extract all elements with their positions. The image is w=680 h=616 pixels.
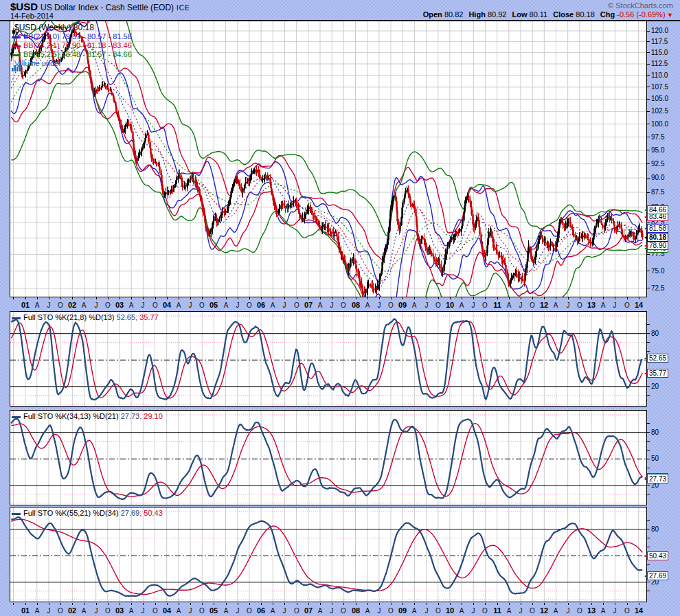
y-axis-label: 97.5 [651, 134, 664, 141]
x-axis-month-label: J [330, 301, 334, 309]
x-axis-month-label: A [35, 607, 40, 615]
x-axis-tick [627, 297, 628, 299]
y-axis-tick [647, 254, 650, 255]
x-axis-tick [131, 603, 132, 605]
x-axis-tick [450, 603, 451, 605]
x-axis-tick [580, 297, 580, 299]
x-axis-year-label: 05 [209, 606, 218, 615]
stoch-axis-tick [647, 459, 650, 459]
x-axis-month-label: O [58, 607, 63, 615]
legend-band-text: BB(34,2.1) 78.90 - 81.18 - 83.46 [23, 41, 132, 49]
x-axis-tick [639, 297, 639, 299]
y-axis-tick [647, 87, 650, 87]
x-axis-month-label: O [341, 607, 346, 615]
price-callout: 78.90 [647, 241, 668, 250]
x-axis-month-label: J [95, 301, 98, 309]
y-axis-tick [647, 111, 650, 112]
y-axis-label: 102.5 [651, 108, 668, 115]
x-axis-tick [72, 603, 73, 605]
x-axis-year-label: 06 [257, 301, 265, 309]
x-axis-tick [367, 603, 368, 605]
x-axis-month-label: J [567, 607, 570, 615]
x-axis-year-label: 10 [446, 301, 454, 309]
x-axis-tick [615, 297, 615, 299]
x-axis-year-label: 11 [493, 606, 501, 615]
x-axis-month-label: O [294, 301, 299, 309]
x-axis-tick [84, 603, 84, 605]
x-axis-tick [556, 603, 556, 605]
stoch-axis-tick [647, 395, 650, 396]
x-axis-month-label: A [271, 607, 275, 615]
x-axis-tick [96, 603, 97, 605]
x-axis-year-label: 08 [352, 301, 360, 309]
x-axis-tick [427, 603, 427, 605]
stoch-panel-3-k-value: 27.69, [121, 509, 142, 517]
x-axis-tick [297, 603, 297, 605]
x-axis-month-label: O [482, 301, 488, 309]
x-axis-month-label: J [141, 301, 145, 309]
x-axis-tick [509, 297, 510, 299]
x-axis-tick [190, 603, 191, 605]
x-axis-month-label: J [283, 607, 286, 615]
y-axis-label: 100.0 [651, 121, 668, 128]
x-axis-tick [532, 603, 533, 605]
x-axis-month-label: J [189, 607, 192, 615]
x-axis-month-label: J [472, 607, 475, 615]
x-axis-tick [60, 603, 61, 605]
y-axis-label: 107.5 [651, 84, 668, 91]
x-axis-month-label: A [177, 301, 181, 309]
y-axis-tick [647, 75, 650, 76]
price-callout: 80.18 [647, 233, 668, 242]
x-axis-tick [521, 603, 521, 605]
x-axis-tick [238, 297, 238, 299]
x-axis-year-label: 06 [257, 606, 265, 615]
x-axis-year-label: 03 [115, 301, 124, 309]
x-axis-tick [356, 297, 356, 299]
x-axis-month-label: A [271, 301, 275, 309]
x-axis-tick [568, 603, 569, 605]
x-axis-tick [556, 297, 556, 299]
exchange-label: ICE [177, 4, 190, 12]
stoch-axis-tick [647, 494, 650, 494]
band-line-swatch [12, 45, 21, 47]
y-axis-label: 90.0 [651, 174, 664, 181]
x-axis-tick [167, 297, 168, 299]
x-axis-tick [37, 297, 38, 299]
x-axis-tick [367, 297, 368, 299]
legend-symbol-row: $USD (Weekly) 80.18 [12, 23, 132, 32]
x-axis-tick [568, 297, 569, 299]
x-axis-tick [403, 297, 403, 299]
x-axis-month-label: A [554, 301, 558, 309]
x-axis-tick [308, 297, 309, 299]
x-axis-month-label: O [624, 301, 630, 309]
x-axis-tick [343, 297, 344, 299]
ohlc-row: Open 80.82High 80.92Low 80.11Close 80.18… [418, 10, 673, 19]
main-chart-legend: $USD (Weekly) 80.18 BB(21,2.0) 79.57 - 8… [12, 23, 132, 68]
x-axis-month-label: O [247, 607, 252, 615]
y-axis-tick [647, 288, 650, 288]
x-axis-tick [497, 603, 498, 605]
stoch-k-line-swatch [12, 416, 21, 418]
stoch-panel-2-k-value: 27.73, [121, 412, 142, 420]
x-axis-month-label: A [601, 607, 606, 615]
x-axis-month-label: O [435, 301, 441, 309]
x-axis-tick [273, 297, 273, 299]
x-axis-month-label: J [378, 607, 381, 615]
x-axis-month-label: A [412, 301, 417, 309]
x-axis-tick [544, 603, 545, 605]
y-axis-label: 117.5 [651, 38, 668, 45]
y-axis-label: 115.0 [651, 49, 668, 56]
x-axis-month-label: J [236, 607, 240, 615]
x-axis-month-label: A [224, 607, 229, 615]
x-axis-year-label: 04 [163, 606, 171, 615]
x-axis-tick [544, 297, 545, 299]
stoch-panel-3-label: Full STO %K(55,21) %D(34) [23, 509, 119, 517]
x-axis-tick [450, 297, 451, 299]
x-axis-tick [120, 603, 120, 605]
x-axis-year-label: 02 [68, 301, 76, 309]
ohlc-label: High [468, 10, 485, 19]
y-axis-label: 92.5 [651, 161, 664, 168]
x-axis-year-label: 07 [304, 301, 313, 309]
x-axis-month-label: A [365, 607, 370, 615]
band-line-swatch [12, 36, 21, 38]
